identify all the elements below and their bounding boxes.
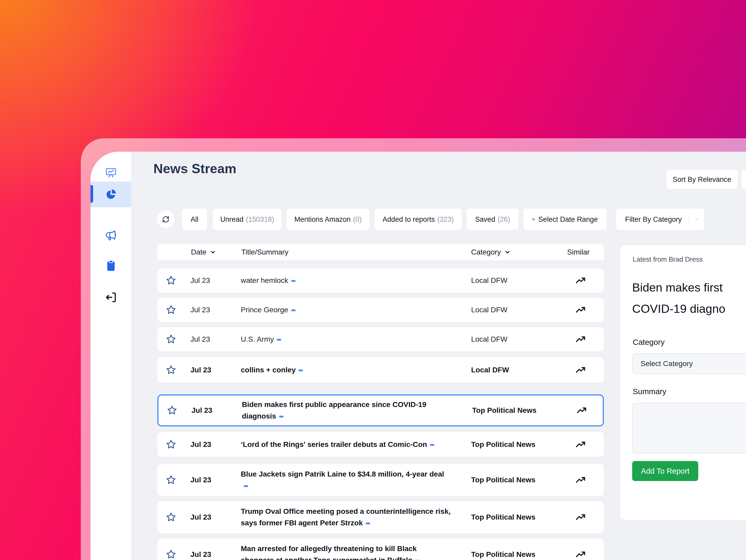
- date-sort-chevron-icon: [209, 249, 217, 256]
- star-icon[interactable]: [165, 511, 177, 523]
- row-category: Local DFW: [471, 276, 507, 285]
- column-header-date[interactable]: Date: [191, 244, 217, 260]
- star-icon[interactable]: [165, 304, 177, 316]
- headline-line-2: COVID-19 diagno: [632, 298, 725, 319]
- trending-up-icon[interactable]: [575, 439, 586, 450]
- row-category: Local DFW: [471, 306, 507, 314]
- filter-label: Saved: [475, 216, 495, 224]
- gradient-background: News Stream Sort By Relevance AllUnread(…: [0, 0, 746, 560]
- star-icon[interactable]: [165, 334, 177, 345]
- add-to-report-button[interactable]: Add To Report: [632, 461, 698, 481]
- sentiment-dash-icon: [244, 485, 248, 487]
- filter-button-added-to-reports[interactable]: Added to reports(323): [374, 208, 462, 230]
- table-header: Date Title/Summary Category Similar: [157, 244, 604, 260]
- active-item-indicator: [90, 185, 93, 203]
- sentiment-dash-icon: [277, 339, 281, 341]
- article-detail-panel: Latest from Brad Dress Biden makes first…: [620, 245, 746, 520]
- megaphone-icon: [105, 229, 117, 242]
- row-category: Top Political News: [472, 406, 537, 415]
- filter-button-all[interactable]: All: [182, 208, 207, 230]
- filter-button-unread[interactable]: Unread(150318): [213, 208, 282, 230]
- select-date-range-button[interactable]: Select Date Range: [523, 208, 607, 230]
- row-title: collins + conley: [241, 364, 451, 376]
- star-icon[interactable]: [165, 364, 177, 376]
- sort-by-relevance-button[interactable]: Sort By Relevance: [666, 170, 738, 189]
- article-headline: Biden makes first COVID-19 diagno: [632, 277, 725, 319]
- trending-up-icon[interactable]: [575, 511, 586, 523]
- row-title: Man arrested for allegedly threatening t…: [241, 543, 451, 560]
- row-category: Top Political News: [471, 440, 535, 449]
- filter-label: All: [191, 216, 199, 224]
- filter-label: Unread: [220, 216, 244, 224]
- row-date: Jul 23: [191, 276, 210, 285]
- news-row[interactable]: Jul 23Man arrested for allegedly threate…: [157, 538, 604, 560]
- trending-up-icon[interactable]: [575, 275, 586, 286]
- filter-label: Mentions Amazon: [294, 216, 351, 224]
- column-header-category[interactable]: Category: [471, 244, 511, 260]
- star-icon[interactable]: [165, 439, 177, 450]
- headline-line-1: Biden makes first: [632, 277, 725, 298]
- calendar-icon: [532, 216, 535, 223]
- category-label: Category: [633, 338, 665, 347]
- summary-label: Summary: [633, 387, 666, 396]
- row-title: water hemlock: [241, 275, 451, 286]
- trending-up-icon[interactable]: [576, 404, 587, 416]
- sentiment-dash-icon: [291, 309, 296, 311]
- sidebar-item-reports[interactable]: [90, 253, 131, 279]
- news-row[interactable]: Jul 23Biden makes first public appearanc…: [157, 394, 604, 426]
- filter-bar: AllUnread(150318)Mentions Amazon(0)Added…: [90, 208, 746, 230]
- sentiment-dash-icon: [430, 444, 434, 446]
- news-row[interactable]: Jul 23Trump Oval Office meeting posed a …: [157, 501, 604, 533]
- column-header-title: Title/Summary: [241, 244, 288, 260]
- trending-up-icon[interactable]: [575, 549, 586, 560]
- chevron-down-icon: [695, 216, 698, 223]
- trending-up-icon[interactable]: [575, 334, 586, 345]
- row-date: Jul 23: [191, 366, 211, 374]
- sentiment-dash-icon: [366, 523, 370, 524]
- clipboard-icon: [105, 259, 117, 272]
- pie-chart-icon: [105, 188, 117, 201]
- star-icon[interactable]: [166, 404, 178, 416]
- row-category: Local DFW: [471, 366, 509, 374]
- news-row[interactable]: Jul 23‘Lord of the Rings' series trailer…: [157, 432, 604, 457]
- row-category: Local DFW: [471, 335, 507, 343]
- row-date: Jul 23: [192, 406, 212, 415]
- star-icon[interactable]: [165, 474, 177, 486]
- logout-icon: [105, 291, 117, 304]
- news-row[interactable]: Jul 23Blue Jackets sign Patrik Laine to …: [157, 464, 604, 496]
- row-category: Top Political News: [471, 550, 535, 559]
- news-row[interactable]: Jul 23Prince GeorgeLocal DFW: [157, 298, 604, 322]
- edge-partial-button[interactable]: [742, 170, 746, 189]
- sidebar-item-news-stream[interactable]: [90, 181, 131, 207]
- trending-up-icon[interactable]: [575, 474, 586, 486]
- category-sort-chevron-icon: [504, 249, 511, 256]
- sidebar-item-logout[interactable]: [90, 284, 131, 310]
- filter-count: (150318): [246, 216, 274, 224]
- presentation-chart-icon: [105, 166, 117, 179]
- page-title: News Stream: [153, 161, 236, 176]
- star-icon[interactable]: [165, 275, 177, 286]
- category-select[interactable]: Select Category: [632, 354, 746, 374]
- news-row[interactable]: Jul 23U.S. ArmyLocal DFW: [157, 327, 604, 352]
- filter-label: Added to reports: [382, 216, 435, 224]
- refresh-button[interactable]: [157, 211, 175, 228]
- row-date: Jul 23: [191, 335, 210, 343]
- news-row[interactable]: Jul 23collins + conleyLocal DFW: [157, 357, 604, 383]
- row-title: ‘Lord of the Rings' series trailer debut…: [241, 439, 451, 450]
- refresh-icon: [161, 215, 170, 224]
- row-title: Trump Oval Office meeting posed a counte…: [241, 506, 451, 529]
- summary-textarea[interactable]: [632, 403, 746, 453]
- row-date: Jul 23: [191, 476, 211, 484]
- row-date: Jul 23: [191, 440, 211, 449]
- row-date: Jul 23: [191, 513, 211, 522]
- sentiment-dash-icon: [279, 416, 284, 418]
- filter-button-mentions-amazon[interactable]: Mentions Amazon(0): [286, 208, 370, 230]
- trending-up-icon[interactable]: [575, 364, 586, 376]
- app-window: News Stream Sort By Relevance AllUnread(…: [90, 152, 746, 560]
- star-icon[interactable]: [165, 549, 177, 560]
- news-row[interactable]: Jul 23water hemlockLocal DFW: [157, 269, 604, 292]
- trending-up-icon[interactable]: [575, 304, 586, 316]
- filter-button-saved[interactable]: Saved(26): [467, 208, 519, 230]
- row-category: Top Political News: [471, 513, 535, 522]
- filter-by-category-dropdown[interactable]: Filter By Category: [616, 208, 704, 230]
